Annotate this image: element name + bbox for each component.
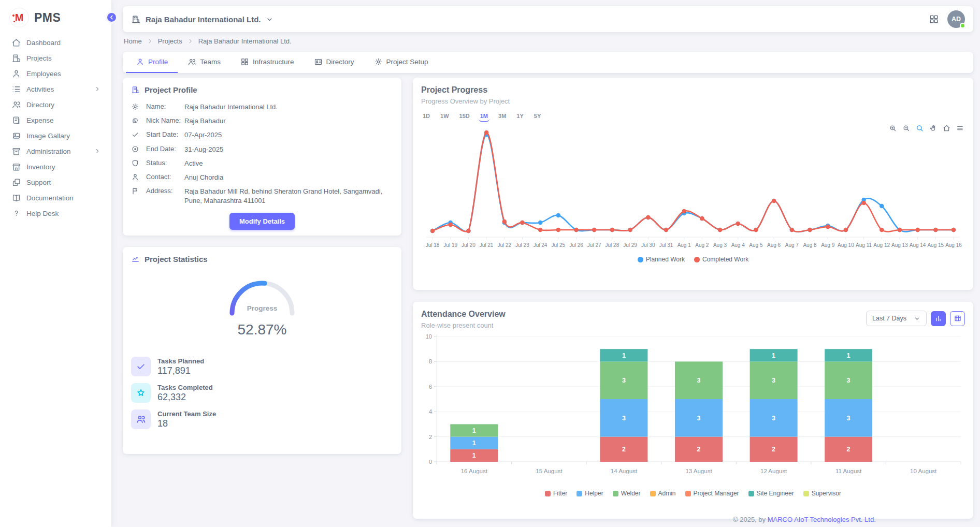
statistics-card-title: Project Statistics — [145, 255, 208, 264]
breadcrumb-item-home[interactable]: Home — [124, 37, 142, 45]
tab-teams[interactable]: Teams — [178, 52, 230, 73]
svg-text:Aug 12: Aug 12 — [873, 242, 890, 248]
table-view-button[interactable] — [950, 311, 965, 326]
avatar[interactable]: AD — [947, 10, 965, 28]
tab-label: Infrastructure — [253, 58, 294, 66]
bar-view-button[interactable] — [931, 311, 946, 326]
sidebar-item-inventory[interactable]: Inventory — [0, 159, 111, 174]
svg-text:Jul 21: Jul 21 — [480, 242, 494, 248]
svg-text:3: 3 — [622, 377, 626, 384]
logo-text: PMS — [34, 11, 61, 25]
selection-zoom-icon[interactable] — [916, 124, 924, 132]
online-status-dot — [960, 23, 965, 28]
legend-planned-work[interactable]: Planned Work — [638, 256, 685, 263]
modify-details-button[interactable]: Modify Details — [229, 213, 295, 230]
sidebar-item-expense[interactable]: Expense — [0, 112, 111, 128]
sidebar-item-documentation[interactable]: Documentation — [0, 190, 111, 206]
svg-text:1: 1 — [847, 352, 851, 359]
breadcrumb-item-projects[interactable]: Projects — [158, 37, 182, 45]
range-button-1m[interactable]: 1M — [479, 112, 489, 122]
svg-text:3: 3 — [847, 415, 851, 422]
building-icon — [11, 53, 21, 63]
company-link[interactable]: MARCO AIoT Technologies Pvt. Ltd. — [768, 516, 876, 523]
chart-toolbar — [889, 124, 964, 132]
svg-text:1: 1 — [472, 427, 476, 434]
tab-infrastructure[interactable]: Infrastructure — [230, 52, 304, 73]
zoom-in-icon[interactable] — [889, 124, 897, 132]
range-button-1w[interactable]: 1W — [439, 112, 451, 122]
sidebar-item-administration[interactable]: Administration — [0, 143, 111, 159]
pan-icon[interactable] — [929, 124, 937, 132]
svg-text:2: 2 — [429, 434, 432, 440]
chart-menu-icon[interactable] — [956, 124, 964, 132]
apps-grid-icon[interactable] — [929, 14, 939, 24]
chevron-left-icon — [108, 14, 115, 21]
sidebar-item-label: Activities — [26, 85, 54, 93]
sidebar-item-support[interactable]: Support — [0, 174, 111, 190]
sidebar-item-image-gallary[interactable]: Image Gallary — [0, 128, 111, 143]
tab-project-setup[interactable]: Project Setup — [364, 52, 438, 73]
profile-field-status: Status:Active — [131, 159, 393, 168]
tab-label: Directory — [326, 58, 354, 66]
stat-label: Tasks Planned — [157, 357, 204, 365]
legend-fitter[interactable]: Fitter — [545, 490, 567, 497]
svg-text:11 August: 11 August — [835, 468, 862, 474]
svg-text:1: 1 — [622, 352, 626, 359]
svg-text:12 August: 12 August — [760, 468, 787, 474]
sidebar-item-activities[interactable]: Activities — [0, 81, 111, 97]
field-value: 07-Apr-2025 — [184, 130, 222, 140]
attendance-overview-card: Attendance Overview Role-wise present co… — [413, 302, 973, 519]
legend-welder[interactable]: Welder — [613, 490, 641, 497]
legend-site-engineer[interactable]: Site Engineer — [748, 490, 794, 497]
legend-completed-work[interactable]: Completed Work — [694, 256, 748, 263]
svg-text:3: 3 — [622, 415, 626, 422]
sidebar-item-label: Employees — [26, 70, 61, 78]
stat-current-team-size: Current Team Size18 — [131, 409, 393, 429]
user-icon — [136, 57, 145, 66]
svg-text:Aug 1: Aug 1 — [678, 242, 691, 248]
svg-text:Aug 4: Aug 4 — [731, 242, 745, 248]
legend-supervisor[interactable]: Supervisor — [803, 490, 841, 497]
range-button-5y[interactable]: 5Y — [532, 112, 542, 122]
svg-text:3: 3 — [847, 377, 851, 384]
range-button-3m[interactable]: 3M — [497, 112, 508, 122]
sidebar-item-dashboard[interactable]: Dashboard — [0, 35, 111, 50]
sidebar-item-directory[interactable]: Directory — [0, 97, 111, 112]
sidebar-item-projects[interactable]: Projects — [0, 50, 111, 66]
legend-helper[interactable]: Helper — [577, 490, 603, 497]
receipt-icon — [11, 115, 21, 125]
store-icon — [11, 162, 21, 172]
statistics-list: Tasks Planned117,891Tasks Completed62,33… — [123, 357, 401, 429]
sidebar-item-help-desk[interactable]: Help Desk — [0, 206, 111, 221]
gear-icon — [374, 57, 383, 66]
tab-label: Teams — [200, 58, 221, 66]
svg-text:Jul 24: Jul 24 — [534, 242, 547, 248]
zoom-out-icon[interactable] — [902, 124, 910, 132]
range-button-15d[interactable]: 15D — [458, 112, 471, 122]
reset-zoom-icon[interactable] — [943, 124, 950, 132]
profile-field-nick-name: Nick Name:Raja Bahadur — [131, 116, 393, 126]
legend-project-manager[interactable]: Project Manager — [685, 490, 739, 497]
profile-card-title: Project Profile — [145, 85, 197, 94]
company-selector[interactable]: Raja Bahadur International Ltd. — [131, 14, 273, 24]
users-icon — [188, 57, 196, 66]
profile-field-name: Name:Raja Bahadur International Ltd. — [131, 103, 393, 112]
app-logo[interactable]: M PMS — [0, 0, 111, 35]
bar-chart-legend: FitterHelperWelderAdminProject ManagerSi… — [413, 490, 973, 497]
date-range-select[interactable]: Last 7 Days — [866, 311, 927, 326]
sidebar-item-employees[interactable]: Employees — [0, 66, 111, 81]
range-button-1y[interactable]: 1Y — [515, 112, 525, 122]
topbar: Raja Bahadur International Ltd. AD — [123, 6, 973, 32]
legend-admin[interactable]: Admin — [650, 490, 676, 497]
svg-text:Jul 31: Jul 31 — [659, 242, 673, 248]
svg-text:Aug 8: Aug 8 — [803, 242, 817, 248]
svg-text:Aug 5: Aug 5 — [749, 242, 763, 248]
copyright-text: © 2025, by — [733, 516, 768, 523]
sidebar-collapse-button[interactable] — [106, 11, 118, 23]
svg-text:Jul 19: Jul 19 — [443, 242, 457, 248]
svg-text:Jul 29: Jul 29 — [623, 242, 637, 248]
tab-directory[interactable]: Directory — [304, 52, 364, 73]
range-button-1d[interactable]: 1D — [421, 112, 431, 122]
tab-profile[interactable]: Profile — [126, 52, 178, 73]
line-chart-legend: Planned WorkCompleted Work — [413, 256, 973, 263]
